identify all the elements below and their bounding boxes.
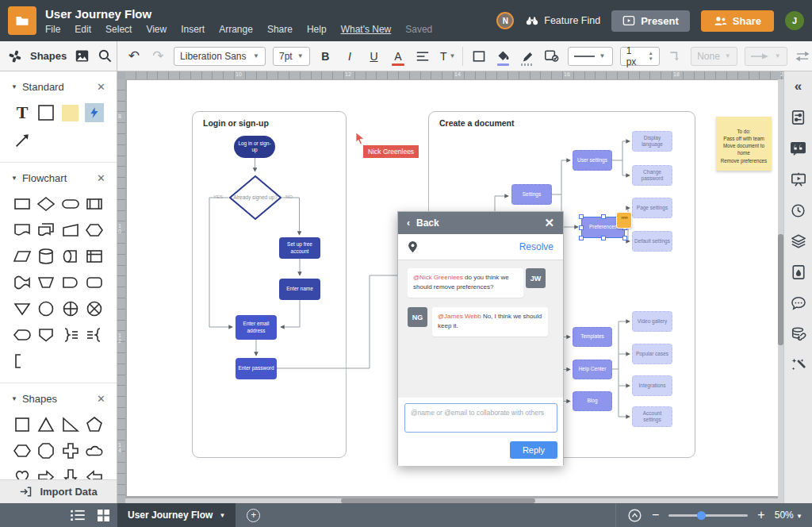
- node-video-gallery[interactable]: Video gallery: [632, 311, 672, 332]
- shapes-panel-toggle[interactable]: Shapes: [30, 50, 67, 62]
- text-align-button[interactable]: [414, 48, 431, 65]
- line-end-select[interactable]: ▼: [745, 47, 787, 66]
- close-icon[interactable]: ✕: [544, 216, 554, 230]
- selection-handle[interactable]: [579, 236, 584, 240]
- undo-button[interactable]: ↶: [125, 48, 143, 65]
- zoom-out-button[interactable]: −: [652, 509, 659, 521]
- node-user-settings[interactable]: User settings: [573, 150, 612, 171]
- menu-file[interactable]: File: [45, 24, 60, 35]
- document-settings-icon[interactable]: [790, 109, 807, 126]
- close-icon[interactable]: ✕: [97, 81, 105, 93]
- flowchart-section-header[interactable]: ▼ Flowchart ✕: [0, 163, 117, 189]
- node-popular-cases[interactable]: Popular cases: [632, 344, 672, 364]
- text-options-button[interactable]: T▼: [438, 48, 455, 65]
- user-avatar[interactable]: J: [785, 11, 804, 30]
- comment-bubble[interactable]: @Nick Greenlees do you think we should r…: [408, 268, 523, 298]
- node-already-signed-up[interactable]: Already signed up?: [228, 175, 282, 221]
- feature-find-button[interactable]: Feature Find: [525, 15, 600, 26]
- vertical-scrollbar[interactable]: [778, 79, 783, 498]
- flowchart-merge[interactable]: [12, 298, 33, 319]
- flowchart-or[interactable]: [60, 298, 81, 319]
- selection-handle[interactable]: [601, 214, 606, 219]
- flowchart-data[interactable]: [12, 246, 33, 267]
- shape-right-triangle[interactable]: [60, 414, 81, 435]
- flowchart-delay[interactable]: [60, 272, 81, 293]
- text-color-button[interactable]: A: [389, 48, 407, 65]
- insert-image-button[interactable]: [75, 48, 90, 65]
- comments-icon[interactable]: [790, 140, 807, 157]
- node-page-settings[interactable]: Page settings: [632, 198, 672, 218]
- node-integrations[interactable]: Integrations: [632, 375, 672, 396]
- conditional-format-button[interactable]: [543, 48, 561, 65]
- close-icon[interactable]: ✕: [97, 393, 105, 405]
- mention-link[interactable]: @James Webb: [438, 313, 481, 320]
- standard-section-header[interactable]: ▼ Standard ✕: [0, 71, 117, 98]
- shape-cloud[interactable]: [84, 440, 105, 461]
- data-linking-icon[interactable]: [790, 325, 807, 343]
- menu-select[interactable]: Select: [105, 24, 132, 35]
- node-templates[interactable]: Templates: [573, 327, 612, 347]
- elbow-connector-icon[interactable]: [667, 48, 684, 65]
- node-default-settings[interactable]: Default settings: [632, 231, 672, 252]
- flowchart-decision[interactable]: [36, 194, 56, 214]
- flowchart-terminator[interactable]: [60, 194, 81, 214]
- canvas[interactable]: Login or sign-up Create a document: [117, 71, 783, 503]
- page-list-icon[interactable]: [71, 510, 85, 521]
- flowchart-summing-junction[interactable]: [84, 298, 105, 319]
- line-width-stepper[interactable]: 1 px ▲▼: [620, 47, 660, 66]
- comment-bubble[interactable]: @James Webb No, I think we should keep i…: [432, 307, 548, 337]
- flowchart-preparation[interactable]: [84, 220, 105, 240]
- history-icon[interactable]: [790, 202, 807, 219]
- share-button[interactable]: Share: [701, 10, 774, 32]
- menu-view[interactable]: View: [146, 24, 167, 35]
- shape-sticky-note[interactable]: [60, 102, 81, 123]
- chat-icon[interactable]: [790, 294, 807, 312]
- bold-button[interactable]: B: [317, 48, 335, 65]
- flowchart-alternate-process[interactable]: [84, 272, 105, 293]
- zoom-in-button[interactable]: +: [757, 509, 764, 521]
- font-family-select[interactable]: Liberation Sans▼: [174, 47, 266, 66]
- underline-button[interactable]: U: [366, 48, 383, 65]
- zoom-slider[interactable]: [668, 514, 748, 517]
- node-help-center[interactable]: Help Center: [573, 360, 612, 379]
- comment-input[interactable]: @name or @email to collaborate with othe…: [404, 403, 557, 433]
- fill-color-button[interactable]: [495, 48, 512, 65]
- shapes-section-header[interactable]: ▼ Shapes ✕: [0, 383, 117, 410]
- collapse-panel-icon[interactable]: «: [790, 78, 807, 95]
- page-style-icon[interactable]: [790, 264, 807, 281]
- selection-handle[interactable]: [622, 236, 627, 240]
- line-style-select[interactable]: ▼: [568, 47, 613, 66]
- collaborator-avatar[interactable]: N: [496, 12, 514, 29]
- flowchart-predefined-process[interactable]: [84, 194, 105, 214]
- flowchart-internal-storage[interactable]: [84, 246, 105, 267]
- page-grid-icon[interactable]: [98, 510, 109, 521]
- shape-triangle[interactable]: [36, 414, 56, 435]
- node-account-settings[interactable]: Account settings: [632, 406, 672, 427]
- flowchart-database[interactable]: [36, 246, 56, 267]
- line-start-select[interactable]: None▼: [691, 47, 737, 66]
- flowchart-document[interactable]: [12, 220, 33, 240]
- presentation-mode-icon[interactable]: [627, 508, 642, 523]
- comment-marker-icon[interactable]: ””: [616, 212, 632, 229]
- font-size-select[interactable]: 7pt▼: [273, 47, 310, 66]
- shape-rectangle[interactable]: [36, 102, 56, 123]
- flowchart-display[interactable]: [12, 325, 33, 345]
- node-change-password[interactable]: Change password: [632, 165, 672, 186]
- italic-button[interactable]: I: [341, 48, 358, 65]
- scrollbar-thumb[interactable]: [778, 234, 783, 345]
- mention-link[interactable]: @Nick Greenlees: [413, 274, 463, 281]
- home-folder-button[interactable]: [8, 6, 36, 35]
- menu-arrange[interactable]: Arrange: [219, 24, 253, 35]
- flowchart-manual-input[interactable]: [60, 220, 81, 240]
- menu-whats-new[interactable]: What's New: [341, 24, 392, 35]
- node-login-or-signup[interactable]: Log in or sign-up: [234, 136, 275, 158]
- flowchart-brace-right[interactable]: [60, 325, 81, 345]
- shape-lightning[interactable]: [84, 102, 105, 123]
- flowchart-brace-left[interactable]: [84, 325, 105, 345]
- shape-text[interactable]: T: [12, 102, 33, 123]
- flowchart-text-bracket[interactable]: [12, 351, 33, 371]
- menu-share[interactable]: Share: [267, 24, 293, 35]
- shape-frame-button[interactable]: [470, 48, 488, 65]
- zoom-slider-knob[interactable]: [697, 511, 706, 520]
- container-login-or-signup[interactable]: Login or sign-up: [192, 111, 347, 458]
